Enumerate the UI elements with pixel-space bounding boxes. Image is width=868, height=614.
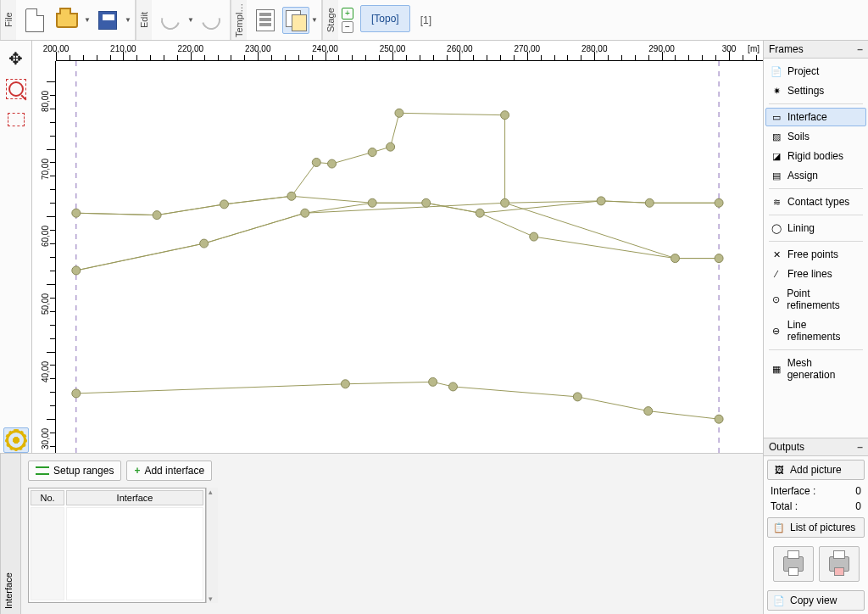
drawing-canvas[interactable]: [m]200,00210,00220,00230,00240,00250,002… [32, 41, 763, 453]
list-pictures-button[interactable]: 📋List of pictures [767, 517, 865, 538]
template-multi-icon [286, 10, 306, 31]
frames-item-icon: ▤ [771, 170, 782, 181]
undo-button[interactable] [155, 3, 186, 37]
save-dropdown[interactable]: ▼ [124, 3, 132, 37]
stage-remove-button[interactable]: − [342, 21, 353, 33]
file-menu-label[interactable]: File [0, 0, 16, 40]
svg-point-15 [715, 198, 723, 207]
printer-icon [783, 556, 804, 572]
frames-item-assign[interactable]: ▤Assign [765, 166, 866, 185]
svg-point-10 [395, 109, 403, 117]
fit-icon [8, 113, 25, 126]
add-picture-button[interactable]: 🖼Add picture [767, 460, 865, 480]
svg-point-29 [573, 393, 581, 401]
frames-item-lining[interactable]: ◯Lining [765, 219, 866, 237]
svg-point-20 [200, 239, 209, 248]
template-button-1[interactable] [250, 3, 281, 37]
zoom-window-button[interactable] [3, 76, 29, 102]
interface-table[interactable]: No.Interface [28, 488, 206, 603]
frames-panel-header: Frames – [764, 41, 868, 59]
open-dropdown[interactable]: ▼ [83, 3, 92, 37]
template-dropdown[interactable]: ▼ [310, 3, 319, 37]
undo-dropdown[interactable]: ▼ [186, 3, 195, 37]
range-icon [36, 466, 49, 475]
frames-item-settings[interactable]: ✷Settings [765, 81, 866, 100]
svg-point-26 [341, 380, 349, 388]
svg-point-16 [368, 198, 376, 207]
settings-gear-button[interactable] [3, 427, 29, 453]
frames-item-rigid-bodies[interactable]: ◪Rigid bodies [765, 147, 866, 165]
bottom-panel: Interface Setup ranges +Add interface No… [0, 453, 763, 614]
new-file-button[interactable] [19, 3, 50, 37]
move-icon: ✥ [8, 48, 23, 69]
frames-item-line-refinements[interactable]: ⊖Line refinements [765, 315, 866, 346]
frames-item-icon: ∕ [771, 268, 782, 280]
frames-item-free-points[interactable]: ✕Free points [765, 245, 866, 264]
setup-ranges-button[interactable]: Setup ranges [28, 460, 121, 481]
svg-point-13 [597, 197, 605, 205]
svg-point-7 [328, 159, 337, 168]
fit-view-button[interactable] [3, 107, 29, 132]
svg-point-6 [312, 158, 320, 166]
copy-icon: 📄 [773, 594, 785, 606]
frames-item-free-lines[interactable]: ∕Free lines [765, 265, 866, 283]
outputs-panel-header: Outputs – [764, 438, 868, 456]
open-file-button[interactable] [52, 3, 82, 37]
svg-point-14 [645, 198, 654, 207]
redo-icon [198, 7, 224, 32]
frames-title: Frames [769, 43, 804, 55]
svg-point-9 [387, 142, 395, 151]
add-interface-button[interactable]: +Add interface [126, 460, 212, 481]
frames-item-icon: ⊙ [771, 293, 782, 305]
frames-item-mesh-generation[interactable]: ▦Mesh generation [765, 354, 866, 384]
frames-item-soils[interactable]: ▨Soils [765, 127, 866, 146]
svg-point-30 [644, 407, 653, 416]
stage-add-button[interactable]: + [342, 8, 353, 20]
frames-item-icon: 📄 [771, 65, 782, 77]
edit-menu-label[interactable]: Edit [136, 0, 152, 40]
frames-item-interface[interactable]: ▭Interface [765, 108, 866, 126]
template-icon [256, 9, 275, 31]
pan-button[interactable]: ✥ [3, 46, 29, 71]
stage-menu-label[interactable]: Stage [322, 0, 338, 40]
view-toolbar: ✥ [0, 41, 32, 453]
svg-point-19 [72, 266, 81, 275]
svg-point-31 [715, 415, 723, 423]
stage-one-label[interactable]: [1] [414, 0, 438, 40]
template-button-2[interactable] [282, 7, 309, 34]
main-toolbar: File ▼ ▼ Edit ▼ Templ… ▼ Stage + − [Topo… [0, 0, 868, 41]
frames-item-project[interactable]: 📄Project [765, 62, 866, 81]
svg-point-4 [220, 200, 229, 209]
add-picture-icon: 🖼 [773, 464, 785, 476]
outputs-minimize-icon[interactable]: – [857, 441, 863, 453]
outputs-title: Outputs [769, 441, 804, 453]
ruler-vertical: 80,0070,0060,0050,0040,0030,00 [32, 61, 56, 453]
plot-svg [56, 61, 763, 453]
frames-minimize-icon[interactable]: – [857, 43, 863, 55]
frames-item-icon: ▨ [771, 131, 782, 142]
svg-point-8 [368, 148, 376, 157]
print-button[interactable] [773, 546, 814, 582]
redo-button[interactable] [196, 3, 226, 37]
svg-point-12 [501, 198, 509, 207]
frames-item-icon: ◯ [771, 222, 782, 234]
print-color-button[interactable] [819, 546, 860, 582]
save-file-button[interactable] [92, 3, 123, 37]
svg-point-17 [422, 198, 431, 207]
svg-point-5 [287, 192, 296, 200]
svg-point-25 [72, 389, 81, 398]
copy-view-button[interactable]: 📄Copy view [767, 590, 865, 611]
output-count-row: Total :0 [764, 499, 868, 514]
frames-item-point-refinements[interactable]: ⊙Point refinements [765, 284, 866, 315]
col-no: No. [31, 490, 64, 505]
svg-point-24 [715, 254, 723, 263]
frames-item-contact-types[interactable]: ≋Contact types [765, 193, 866, 211]
printer-color-icon [829, 556, 849, 572]
frames-tree: 📄Project✷Settings▭Interface▨Soils◪Rigid … [764, 59, 868, 388]
template-menu-label[interactable]: Templ… [231, 0, 247, 40]
open-folder-icon [56, 13, 78, 28]
topo-stage-button[interactable]: [Topo] [360, 5, 410, 32]
svg-point-11 [501, 111, 509, 120]
table-scrollbar[interactable] [206, 488, 218, 603]
undo-icon [158, 7, 183, 32]
